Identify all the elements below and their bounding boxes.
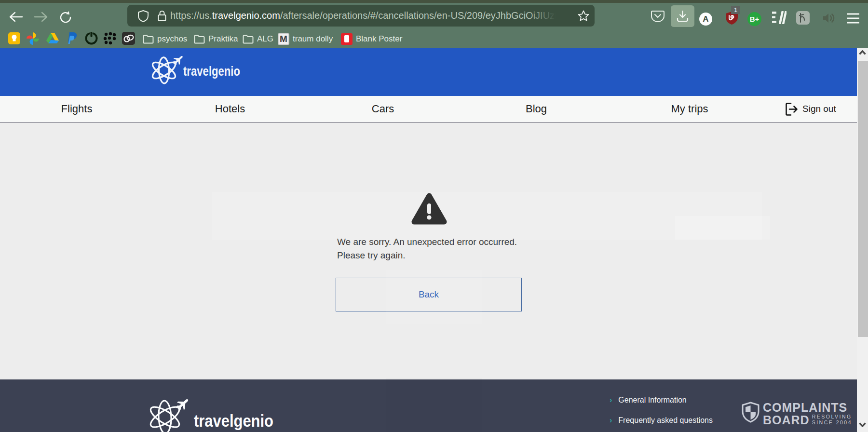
svg-text:travelgenio: travelgenio	[194, 411, 273, 430]
svg-text:travelgenio: travelgenio	[183, 64, 240, 79]
